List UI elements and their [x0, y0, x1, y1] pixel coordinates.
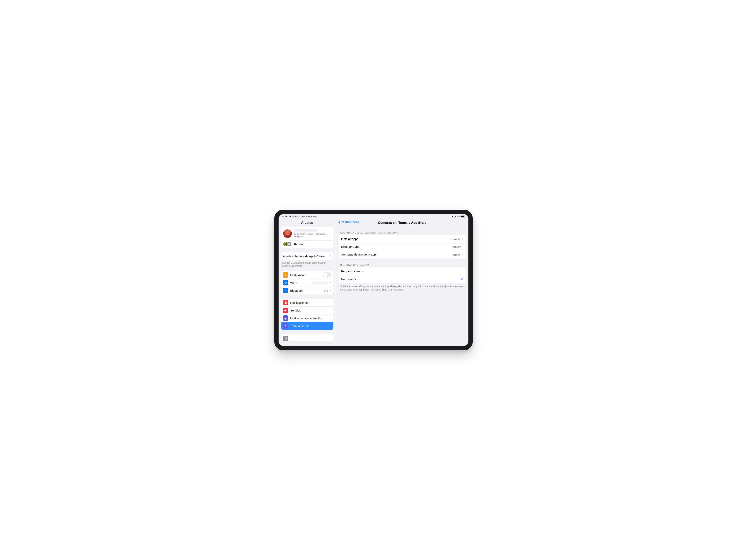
- inapp-purchases-row[interactable]: Compras dentro de la app Permitir: [339, 251, 466, 259]
- notifications-label: Notificaciones: [290, 301, 332, 304]
- sidebar-title: Ajustes: [279, 218, 336, 227]
- focus-label: Modos de concentración: [290, 317, 332, 320]
- apple-id-row[interactable]: ID de Apple, iCloud+, contenido y compra…: [281, 227, 333, 240]
- hourglass-icon: [283, 323, 288, 329]
- bluetooth-label: Bluetooth: [290, 289, 323, 292]
- wifi-settings-icon: [283, 280, 288, 286]
- require-always-row[interactable]: Requerir siempre: [339, 267, 466, 275]
- wifi-row[interactable]: Wi-Fi: [281, 279, 333, 287]
- chevron-right-icon: [462, 245, 463, 248]
- section-header-password: SOLICITAR CONTRASEÑA: [339, 262, 466, 267]
- redacted-name: [294, 229, 317, 232]
- screen: 11:15 Domingo 12 de noviembre 80 % Ajust…: [279, 214, 468, 346]
- detail-pane: Restricciones Compras en iTunes y App St…: [336, 218, 468, 346]
- chevron-right-icon: [330, 255, 332, 258]
- delete-apps-value: Permitir: [450, 245, 461, 248]
- bluetooth-icon: [283, 288, 288, 293]
- svg-rect-1: [461, 216, 464, 217]
- airplane-icon: [283, 272, 288, 278]
- airplane-row[interactable]: Modo Avión: [281, 271, 333, 279]
- screentime-row[interactable]: Tiempo de uso: [281, 322, 333, 330]
- apple-id-subtitle: ID de Apple, iCloud+, contenido y compra…: [294, 233, 332, 238]
- detail-header: Restricciones Compras en iTunes y App St…: [336, 218, 468, 227]
- applecare-note: Quedan 21 días para añadir cobertura por…: [281, 261, 333, 271]
- redacted-wifi-value: [312, 282, 328, 284]
- section-header-store: COMPRAS Y DESCARGAS REPETIDAS EN TIENDAS: [339, 230, 466, 235]
- family-row[interactable]: IA Familia: [281, 240, 333, 248]
- back-button[interactable]: Restricciones: [337, 220, 359, 224]
- require-always-label: Requerir siempre: [341, 269, 463, 273]
- bluetooth-value: No: [324, 289, 328, 292]
- checkmark-icon: ✓: [460, 277, 463, 282]
- family-label: Familia: [294, 243, 332, 246]
- chevron-right-icon: [462, 253, 463, 256]
- install-apps-row[interactable]: Instalar apps Permitir: [339, 235, 466, 243]
- status-time: 11:15: [282, 215, 287, 218]
- require-never-label: No requerir: [341, 277, 460, 281]
- wifi-icon: [451, 215, 454, 218]
- wifi-label: Wi-Fi: [290, 281, 310, 285]
- delete-apps-row[interactable]: Eliminar apps Permitir: [339, 243, 466, 251]
- password-group: Requerir siempre No requerir ✓: [339, 267, 466, 283]
- install-apps-label: Instalar apps: [341, 237, 450, 241]
- system-group: Notificaciones Sonidos Mod: [281, 299, 333, 330]
- gear-icon: [283, 336, 288, 341]
- screentime-label: Tiempo de uso: [290, 324, 332, 328]
- sounds-row[interactable]: Sonidos: [281, 306, 333, 314]
- avatar: [283, 229, 292, 238]
- status-date: Domingo 12 de noviembre: [289, 215, 316, 218]
- svg-rect-2: [465, 216, 465, 217]
- password-footer: Solicita la contraseña para cada compra …: [339, 283, 466, 291]
- install-apps-value: Permitir: [450, 237, 461, 241]
- require-never-row[interactable]: No requerir ✓: [339, 275, 466, 283]
- notifications-row[interactable]: Notificaciones: [281, 299, 333, 306]
- status-battery-pct: 80 %: [455, 215, 460, 218]
- settings-sidebar: Ajustes ID de Apple, iCloud+, contenido …: [279, 218, 336, 346]
- speaker-icon: [283, 308, 288, 313]
- focus-row[interactable]: Modos de concentración: [281, 314, 333, 322]
- store-purchases-group: Instalar apps Permitir Eliminar apps Per…: [339, 235, 466, 259]
- sounds-label: Sonidos: [290, 309, 332, 312]
- applecare-row[interactable]: Añadir cobertura de AppleCare+: [281, 252, 333, 260]
- applecare-label: Añadir cobertura de AppleCare+: [283, 255, 328, 258]
- chevron-right-icon: [330, 281, 332, 284]
- airplane-toggle[interactable]: [323, 272, 332, 277]
- battery-icon: [461, 215, 465, 218]
- airplane-label: Modo Avión: [290, 273, 321, 277]
- bluetooth-row[interactable]: Bluetooth No: [281, 287, 333, 294]
- applecare-group: Añadir cobertura de AppleCare+: [281, 252, 333, 260]
- inapp-purchases-value: Permitir: [450, 253, 461, 256]
- connectivity-group: Modo Avión Wi-Fi: [281, 271, 333, 294]
- family-avatars: IA: [283, 241, 292, 247]
- status-bar: 11:15 Domingo 12 de noviembre 80 %: [279, 214, 468, 218]
- ipad-device-frame: 11:15 Domingo 12 de noviembre 80 % Ajust…: [274, 210, 473, 350]
- inapp-purchases-label: Compras dentro de la app: [341, 253, 450, 256]
- chevron-right-icon: [330, 289, 332, 292]
- general-row-partial[interactable]: [281, 334, 333, 341]
- delete-apps-label: Eliminar apps: [341, 245, 450, 248]
- bell-icon: [283, 300, 288, 305]
- account-group: ID de Apple, iCloud+, contenido y compra…: [281, 227, 333, 248]
- chevron-right-icon: [462, 237, 463, 241]
- back-label: Restricciones: [341, 220, 359, 224]
- general-group-partial: [281, 334, 333, 341]
- moon-icon: [283, 315, 288, 321]
